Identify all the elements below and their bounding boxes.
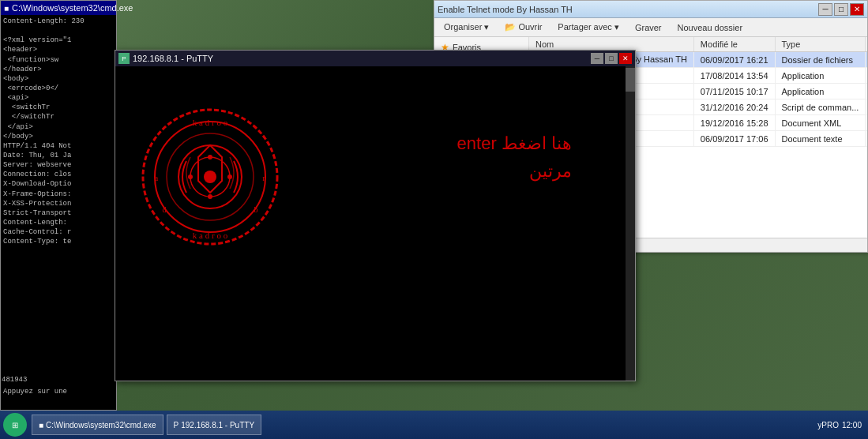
desktop: ■ C:\Windows\system32\cmd.exe Content-Le… (0, 0, 868, 439)
taskbar-item-putty[interactable]: P 192.168.8.1 - PuTTY (167, 415, 262, 435)
cmd-line: Content-Length: 230 (3, 17, 114, 26)
putty-taskbar-label: 192.168.8.1 - PuTTY (181, 421, 254, 430)
tray-label: yPRO (817, 421, 839, 430)
explorer-close-button[interactable]: ✕ (850, 3, 864, 16)
cmd-line: HTTP/1.1 404 Not (3, 141, 114, 151)
cmd-line: <header> (3, 45, 114, 54)
putty-maximize-button[interactable]: □ (605, 53, 618, 64)
cmd-line: X-Frame-Options: (3, 189, 114, 199)
file-type: Script de comman... (775, 99, 866, 115)
putty-content[interactable]: k a d r o o k a d r o o a r d b هنا اضغط… (115, 66, 635, 381)
taskbar: ⊞ ■ C:\Windows\system32\cmd.exe P 192.16… (0, 411, 868, 439)
cmd-content: Content-Length: 230 <?xml version="1 <he… (1, 15, 116, 386)
file-type: Application (775, 84, 866, 99)
start-button[interactable]: ⊞ (3, 413, 27, 437)
ouvrir-button[interactable]: 📂 Ouvrir (500, 21, 547, 34)
nouveau-button[interactable]: Nouveau dossier (673, 21, 748, 34)
file-type: Dossier de fichiers (775, 52, 866, 68)
organiser-button[interactable]: Organiser ▾ (439, 21, 494, 34)
putty-arabic-line2: مرتين (457, 157, 572, 185)
cmd-line: </switchTr (3, 112, 114, 122)
file-type: Document texte (775, 131, 866, 147)
file-modified: 19/12/2016 15:28 (693, 115, 775, 131)
cmd-titlebar: ■ C:\Windows\system32\cmd.exe (1, 1, 116, 15)
putty-scrollbar[interactable] (626, 66, 635, 381)
svg-point-6 (208, 194, 212, 199)
cmd-line: <body> (3, 74, 114, 84)
col-taille[interactable]: Taille (866, 37, 867, 52)
cmd-number: 481943 (2, 376, 27, 384)
cmd-line: Connection: clos (3, 170, 114, 179)
cmd-line (3, 26, 114, 36)
file-modified: 06/09/2017 16:21 (693, 52, 775, 68)
col-modified[interactable]: Modifié le (693, 37, 775, 52)
putty-close-button[interactable]: ✕ (619, 53, 632, 64)
putty-controls: ─ □ ✕ (591, 53, 632, 64)
file-modified: 31/12/2016 20:24 (693, 99, 775, 115)
cmd-taskbar-icon: ■ (39, 421, 43, 430)
explorer-maximize-button[interactable]: □ (834, 3, 848, 16)
cmd-appuyez: Appuyez sur une (3, 388, 114, 396)
svg-point-5 (208, 155, 212, 159)
cmd-line: <function>sw (3, 55, 114, 65)
file-size: 489 (866, 68, 867, 84)
file-type: Application (775, 68, 866, 84)
cmd-line: <api> (3, 93, 114, 103)
putty-icon: P (118, 53, 130, 64)
putty-scroll-thumb[interactable] (626, 68, 635, 92)
cmd-line: Strict-Transport (3, 208, 114, 218)
cmd-line: Content-Length: (3, 218, 114, 227)
putty-arabic-text: هنا اضغط enter مرتين (457, 129, 572, 185)
svg-point-8 (227, 174, 232, 179)
explorer-minimize-button[interactable]: ─ (818, 3, 832, 16)
file-size: 512 (866, 84, 867, 99)
file-modified: 17/08/2014 13:54 (693, 68, 775, 84)
cmd-line: Server: webserve (3, 160, 114, 170)
svg-point-11 (204, 171, 216, 183)
taskbar-item-cmd[interactable]: ■ C:\Windows\system32\cmd.exe (32, 415, 163, 435)
cmd-line: </body> (3, 132, 114, 141)
file-type: Document XML (775, 115, 866, 131)
cmd-bottom: Appuyez sur une (1, 386, 116, 410)
file-size: 1 (866, 99, 867, 115)
putty-logo: k a d r o o k a d r o o a r d b (139, 106, 281, 248)
putty-window: P 192.168.8.1 - PuTTY ─ □ ✕ (115, 50, 636, 381)
explorer-title: Enable Telnet mode By Hassan TH (438, 5, 817, 14)
file-size (866, 52, 867, 68)
svg-text:k a d r o o: k a d r o o (193, 231, 228, 240)
cmd-line: Cache-Control: r (3, 227, 114, 237)
cmd-taskbar-label: C:\Windows\system32\cmd.exe (46, 421, 156, 430)
graver-button[interactable]: Graver (630, 21, 667, 34)
cmd-line: </api> (3, 122, 114, 132)
svg-text:b: b (254, 205, 258, 214)
cmd-line: <errcode>0</ (3, 84, 114, 93)
svg-text:d: d (163, 205, 167, 214)
cmd-window: ■ C:\Windows\system32\cmd.exe Content-Le… (0, 0, 117, 411)
col-type[interactable]: Type (775, 37, 866, 52)
svg-point-7 (188, 174, 193, 179)
putty-titlebar: P 192.168.8.1 - PuTTY ─ □ ✕ (115, 51, 635, 66)
putty-title: 192.168.8.1 - PuTTY (133, 54, 591, 63)
svg-text:k a d r o o: k a d r o o (193, 118, 228, 127)
cmd-line: X-XSS-Protection (3, 199, 114, 208)
cmd-line: </header> (3, 65, 114, 74)
putty-arabic-line1: هنا اضغط enter (457, 129, 572, 157)
file-modified: 06/09/2017 17:06 (693, 131, 775, 147)
partager-button[interactable]: Partager avec ▾ (553, 21, 624, 34)
putty-taskbar-icon: P (174, 421, 179, 430)
cmd-line: <?xml version="1 (3, 36, 114, 45)
taskbar-tray: yPRO 12:00 (817, 421, 868, 430)
cmd-title: C:\Windows\system32\cmd.exe (12, 3, 133, 13)
cmd-icon: ■ (4, 4, 9, 13)
tray-time: 12:00 (842, 421, 862, 430)
cmd-line: Date: Thu, 01 Ja (3, 151, 114, 160)
explorer-titlebar: Enable Telnet mode By Hassan TH ─ □ ✕ (434, 1, 867, 18)
file-size: 1 (866, 115, 867, 131)
putty-minimize-button[interactable]: ─ (591, 53, 603, 64)
cmd-line: <switchTr (3, 103, 114, 112)
cmd-line: X-Download-Optio (3, 179, 114, 189)
svg-text:a: a (155, 174, 159, 182)
file-size: 1 (866, 131, 867, 147)
file-modified: 07/11/2015 10:17 (693, 84, 775, 99)
explorer-toolbar: Organiser ▾ 📂 Ouvrir Partager avec ▾ Gra… (434, 18, 867, 37)
